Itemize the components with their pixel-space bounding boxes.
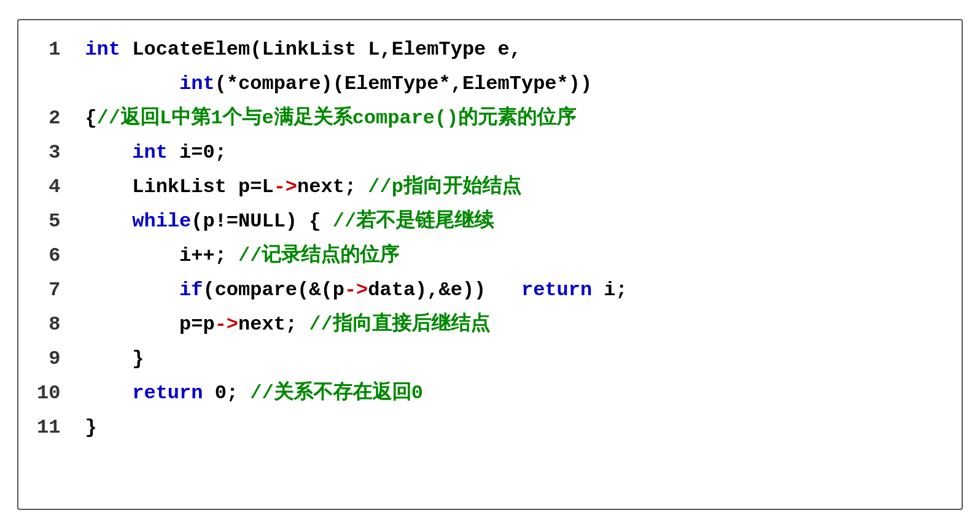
code-token: next; (297, 176, 368, 198)
code-token: if (179, 279, 203, 301)
line-number (37, 67, 85, 101)
code-token: { (85, 107, 96, 129)
code-line: return 0; //关系不存在返回0 (85, 376, 943, 411)
code-token: return (521, 279, 592, 301)
code-line: } (85, 342, 943, 376)
code-token: while (132, 210, 191, 233)
code-token: (*compare)(ElemType*,ElemType*)) (215, 72, 593, 95)
code-row: 6 i++; //记录结点的位序 (37, 239, 943, 273)
code-row: 7 if(compare(&(p->data),&e)) return i; (37, 273, 943, 307)
code-row: 11} (37, 411, 943, 445)
code-token: LocateElem(LinkList L,ElemType e, (120, 38, 521, 61)
code-token: //返回L中第1个与e满足关系compare()的元素的位序 (97, 107, 577, 129)
code-token: i; (592, 279, 628, 301)
code-token: //关系不存在返回0 (250, 382, 423, 404)
code-line: {//返回L中第1个与e满足关系compare()的元素的位序 (85, 101, 943, 136)
code-token: //若不是链尾继续 (333, 210, 494, 233)
code-token (85, 72, 179, 95)
code-token: -> (344, 279, 368, 301)
code-token: } (85, 416, 96, 439)
code-token: (compare(&(p (203, 279, 344, 301)
code-token: return (132, 382, 203, 404)
line-number: 10 (37, 376, 85, 411)
line-number: 8 (37, 307, 85, 342)
code-row: 8 p=p->next; //指向直接后继结点 (37, 307, 943, 342)
line-number: 9 (37, 342, 85, 376)
code-line: int i=0; (85, 136, 943, 170)
code-token (85, 279, 179, 301)
code-token (85, 210, 132, 233)
code-line: if(compare(&(p->data),&e)) return i; (85, 273, 943, 307)
code-token: //记录结点的位序 (238, 244, 399, 267)
code-row: 3 int i=0; (37, 136, 943, 170)
code-token: -> (215, 313, 238, 336)
code-line: int(*compare)(ElemType*,ElemType*)) (85, 67, 943, 101)
code-token: int (85, 38, 120, 61)
code-token: int (179, 72, 215, 95)
code-line: } (85, 411, 943, 445)
code-table: 1int LocateElem(LinkList L,ElemType e, i… (37, 33, 943, 445)
code-line: p=p->next; //指向直接后继结点 (85, 307, 943, 342)
code-token: data),&e)) (368, 279, 521, 301)
code-token: i=0; (168, 141, 227, 164)
code-token: i++; (85, 244, 238, 267)
code-token: (p!=NULL) { (191, 210, 332, 233)
code-container: 1int LocateElem(LinkList L,ElemType e, i… (17, 19, 963, 510)
code-row: 1int LocateElem(LinkList L,ElemType e, (37, 33, 943, 67)
code-token: p=p (85, 313, 214, 336)
line-number: 3 (37, 136, 85, 170)
line-number: 1 (37, 33, 85, 67)
code-token: LinkList p=L (85, 176, 273, 198)
code-token: //p指向开始结点 (368, 176, 521, 198)
code-token (85, 382, 132, 404)
code-row: 10 return 0; //关系不存在返回0 (37, 376, 943, 411)
code-line: while(p!=NULL) { //若不是链尾继续 (85, 204, 943, 239)
line-number: 4 (37, 170, 85, 204)
line-number: 11 (37, 411, 85, 445)
code-line: LinkList p=L->next; //p指向开始结点 (85, 170, 943, 204)
code-token: -> (274, 176, 297, 198)
code-line: int LocateElem(LinkList L,ElemType e, (85, 33, 943, 67)
line-number: 7 (37, 273, 85, 307)
code-token (85, 141, 132, 164)
line-number: 5 (37, 204, 85, 239)
code-token: next; (238, 313, 309, 336)
code-token: 0; (203, 382, 250, 404)
code-line: i++; //记录结点的位序 (85, 239, 943, 273)
code-token: } (85, 347, 144, 370)
code-row: 2{//返回L中第1个与e满足关系compare()的元素的位序 (37, 101, 943, 136)
code-token: int (132, 141, 168, 164)
code-row: int(*compare)(ElemType*,ElemType*)) (37, 67, 943, 101)
code-token: //指向直接后继结点 (309, 313, 489, 336)
code-row: 4 LinkList p=L->next; //p指向开始结点 (37, 170, 943, 204)
code-row: 5 while(p!=NULL) { //若不是链尾继续 (37, 204, 943, 239)
code-row: 9 } (37, 342, 943, 376)
line-number: 6 (37, 239, 85, 273)
line-number: 2 (37, 101, 85, 136)
